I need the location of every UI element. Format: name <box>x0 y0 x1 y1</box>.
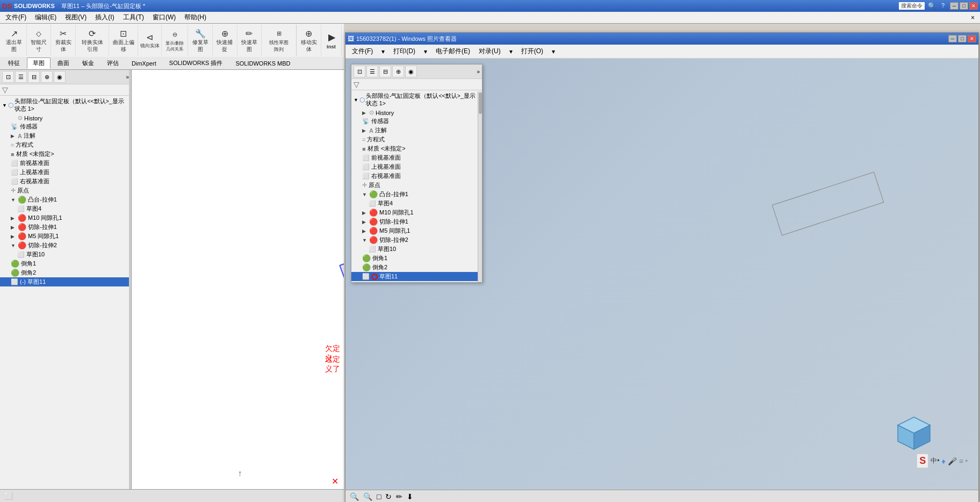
sp-btn-list[interactable]: ☰ <box>366 66 378 77</box>
sp-status-grid[interactable]: □ <box>377 492 381 501</box>
tab-sketch[interactable]: 草图 <box>27 58 51 69</box>
tree-root-item[interactable]: ▼ ⬡ 头部限位-气缸固定板（默认<<默认>_显示状态 1> <box>0 97 131 114</box>
secondary-minimize-btn[interactable]: ─ <box>948 35 957 42</box>
insert-btn[interactable]: ▶ Inst <box>321 25 342 56</box>
tree-item-sketch11[interactable]: ⬜ (-) 草图11 <box>0 277 131 286</box>
panel-resize-handle[interactable] <box>129 70 131 489</box>
sw-menu-print-arrow[interactable]: ▾ <box>420 47 431 56</box>
tree-item-history[interactable]: ⊙ History <box>0 114 131 122</box>
panel-btn-minus[interactable]: ⊟ <box>28 71 40 83</box>
tree-item-cut1[interactable]: ▶ 🔴 切除-拉伸1 <box>0 223 131 232</box>
sp-tree-cut1[interactable]: ▶ 🔴 切除-拉伸1 <box>351 217 482 226</box>
sw-menu-print[interactable]: 打印(D) <box>389 46 420 57</box>
sw-menu-open-arrow[interactable]: ▾ <box>547 47 559 56</box>
tree-item-fillet2[interactable]: 🟢 倒角2 <box>0 268 131 277</box>
sp-tree-history[interactable]: ▶ ⊙ History <box>351 109 482 117</box>
sp-status-rotate[interactable]: ↻ <box>385 492 392 501</box>
panel-btn-circle[interactable]: ◉ <box>54 71 66 83</box>
tree-item-equation[interactable]: = 方程式 <box>0 140 131 149</box>
tree-item-sketch4[interactable]: ⬜ 草图4 <box>0 204 131 213</box>
tab-sheetmetal[interactable]: 钣金 <box>76 58 100 69</box>
sp-tree-m5[interactable]: ▶ 🔴 M5 间隙孔1 <box>351 226 482 235</box>
sp-tree-boss1[interactable]: ▼ 🟢 凸台-拉伸1 <box>351 190 482 199</box>
offset-surface-btn[interactable]: ⊡ 曲面上偏移 <box>109 25 138 56</box>
tree-item-top-plane[interactable]: ⬜ 上视基准面 <box>0 168 131 177</box>
tab-sw-plugin[interactable]: SOLIDWORKS 插件 <box>163 58 229 69</box>
tree-item-m5[interactable]: ▶ 🔴 M5 间隙孔1 <box>0 232 131 241</box>
sw-menu-open[interactable]: 打开(O) <box>517 46 547 57</box>
exit-sketch-btn[interactable]: ↗ 退出草图 <box>2 25 27 56</box>
tree-item-origin[interactable]: ✛ 原点 <box>0 186 131 195</box>
sw-menu-record[interactable]: 对录(U) <box>474 46 505 57</box>
tree-item-right-plane[interactable]: ⬜ 右视基准面 <box>0 177 131 186</box>
tree-item-sketch10[interactable]: ⬜ 草图10 <box>0 250 131 259</box>
show-delete-btn[interactable]: ⊖ 显示/删除几何关系 <box>162 25 188 56</box>
menu-help[interactable]: 帮助(H) <box>180 12 211 23</box>
sp-tree-cut2[interactable]: ▼ 🔴 切除-拉伸2 <box>351 235 482 245</box>
sp-tree-right-plane[interactable]: ⬜ 右视基准面 <box>351 171 482 181</box>
tab-feature[interactable]: 特征 <box>2 58 26 69</box>
menu-tools[interactable]: 工具(T) <box>119 12 148 23</box>
sp-tree-sensor[interactable]: 📡 传感器 <box>351 117 482 126</box>
tree-item-sensor[interactable]: 📡 传感器 <box>0 122 131 131</box>
tree-item-front-plane[interactable]: ⬜ 前视基准面 <box>0 159 131 168</box>
sp-tree-sketch4[interactable]: ⬜ 草图4 <box>351 199 482 208</box>
sw-menu-record-arrow[interactable]: ▾ <box>505 47 517 56</box>
sp-tree-sketch11[interactable]: ⬜ 草图11 <box>351 272 482 281</box>
sp-tree-sketch10[interactable]: ⬜ 草图10 <box>351 245 482 254</box>
sp-tree-annotation[interactable]: ▶ A 注解 <box>351 126 482 135</box>
tree-item-material[interactable]: ■ 材质 <未指定> <box>0 149 131 159</box>
tab-evaluate[interactable]: 评估 <box>101 58 125 69</box>
panel-btn-list[interactable]: ☰ <box>15 71 27 83</box>
menu-file[interactable]: 文件(F) <box>1 12 31 23</box>
sp-btn-grid[interactable]: ⊡ <box>354 66 365 77</box>
menu-window[interactable]: 窗口(W) <box>148 12 180 23</box>
minimize-button[interactable]: ─ <box>950 2 959 10</box>
search-box[interactable]: 搜索命令 <box>899 2 925 10</box>
tree-item-boss1[interactable]: ▼ 🟢 凸台-拉伸1 <box>0 195 131 204</box>
sw-menu-file[interactable]: 文件(F) <box>348 46 377 57</box>
status-icon-page[interactable]: ⬜ <box>4 492 13 500</box>
sp-tree-m10[interactable]: ▶ 🔴 M10 间隙孔1 <box>351 208 482 217</box>
sp-btn-circle[interactable]: ◉ <box>405 66 417 77</box>
tab-dimxpert[interactable]: DimXpert <box>126 59 162 68</box>
search-icon[interactable]: 🔍 <box>928 2 936 10</box>
tree-item-fillet1[interactable]: 🟢 倒角1 <box>0 259 131 268</box>
trim-entities-btn[interactable]: ✂ 剪裁实体 <box>51 25 76 56</box>
sp-tree-origin[interactable]: ✛ 原点 <box>351 181 482 190</box>
sp-tree-fillet1[interactable]: 🟢 倒角1 <box>351 254 482 263</box>
sp-tree-root[interactable]: ▼ ⬡ 头部限位-气缸固定板（默认<<默认>_显示状态 1> <box>351 91 482 109</box>
mirror-entities-btn[interactable]: ⊲ 镜向实体 <box>138 25 162 56</box>
menu-close[interactable]: × <box>967 13 979 23</box>
main-canvas[interactable]: 欠定义 过定义了 ↑ ✕ <box>132 70 344 489</box>
maximize-button[interactable]: □ <box>960 2 968 10</box>
sp-scroll-bar[interactable] <box>478 91 482 282</box>
menu-insert[interactable]: 插入(I) <box>91 12 118 23</box>
repair-sketch-btn[interactable]: 🔧 修复草图 <box>188 25 213 56</box>
sp-tree-material[interactable]: ■ 材质 <未指定> <box>351 144 482 153</box>
panel-btn-grid[interactable]: ⊡ <box>2 71 14 83</box>
sw-menu-email[interactable]: 电子邮件(E) <box>431 46 474 57</box>
sp-tree-front-plane[interactable]: ⬜ 前视基准面 <box>351 153 482 162</box>
sp-status-zoom-out[interactable]: 🔍 <box>363 492 372 501</box>
sp-status-zoom-in[interactable]: 🔍 <box>350 492 359 501</box>
filter-icon[interactable]: ▽ <box>2 85 8 94</box>
sp-btn-minus[interactable]: ⊟ <box>379 66 391 77</box>
secondary-close-btn[interactable]: ✕ <box>968 35 976 42</box>
move-entities-btn[interactable]: ⊕ 移动实体 <box>297 25 321 56</box>
quick-sketch-btn[interactable]: ✏ 快速草图 <box>237 25 262 56</box>
sp-status-pen[interactable]: ✏ <box>396 492 402 501</box>
tree-item-m10[interactable]: ▶ 🔴 M10 间隙孔1 <box>0 213 131 223</box>
sketch-array-btn[interactable]: ⊞ 线性草图阵列 <box>264 26 294 54</box>
sw-menu-file-arrow[interactable]: ▾ <box>377 47 389 56</box>
secondary-maximize-btn[interactable]: □ <box>958 35 967 42</box>
close-button[interactable]: ✕ <box>969 2 978 10</box>
3d-cube-icon[interactable] <box>892 414 935 457</box>
sp-status-download[interactable]: ⬇ <box>407 492 413 501</box>
sp-tree-equation[interactable]: = 方程式 <box>351 135 482 144</box>
sp-btn-plus[interactable]: ⊕ <box>392 66 404 77</box>
convert-entities-btn[interactable]: ⟳ 转换实体引用 <box>76 25 109 56</box>
sp-tree-fillet2[interactable]: 🟢 倒角2 <box>351 263 482 272</box>
sp-tree-top-plane[interactable]: ⬜ 上视基准面 <box>351 162 482 171</box>
menu-view[interactable]: 视图(V) <box>61 12 91 23</box>
